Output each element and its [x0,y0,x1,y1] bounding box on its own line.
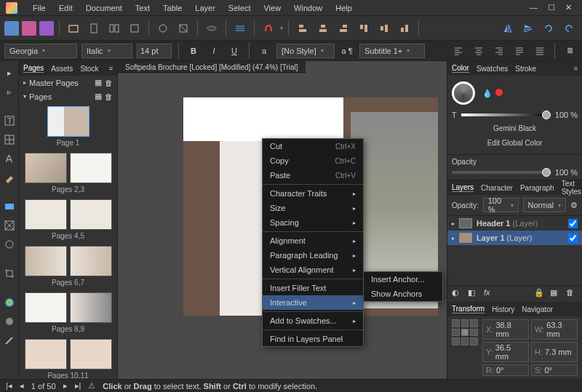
tab-layers[interactable]: Layers [452,183,474,192]
char-style-dropdown[interactable]: [No Style]▾ [276,44,335,58]
layer-delete-icon[interactable]: 🗑 [566,288,578,300]
para-style-icon[interactable]: a ¶ [339,43,355,59]
frame-text-tool-icon[interactable]: T [2,113,17,128]
cm-alignment[interactable]: Alignment▸ [263,233,363,248]
align-left-icon[interactable] [294,20,311,37]
font-size-input[interactable]: 14 pt [137,44,172,58]
cm-interactive[interactable]: Interactive▸ [263,295,363,310]
layer-row-layer1[interactable]: ▸ Layer 1 (Layer) [447,231,582,245]
next-icon[interactable]: ▸ [63,381,68,391]
tab-navigator[interactable]: Navigator [522,305,553,313]
menu-edit[interactable]: Edit [52,1,79,15]
tint-slider[interactable] [461,113,551,116]
table-tool-icon[interactable] [2,132,17,147]
transform-w-input[interactable]: W:63.3 mm [531,319,578,340]
anchor-grid[interactable] [452,319,478,345]
add-page-icon[interactable]: ▦ [95,92,102,101]
brush-tool-icon[interactable] [2,333,17,348]
page-thumb-7[interactable] [70,246,112,276]
transform-y-input[interactable]: Y:36.5 mm [482,342,529,362]
page-thumb-6[interactable] [25,246,67,276]
transform-r-input[interactable]: R:0° [482,364,529,376]
pages-row[interactable]: ▾Pages ▦ 🗑 [19,89,117,103]
page-thumb-10[interactable] [25,339,67,369]
page-thumb-4[interactable] [25,199,67,230]
page-add-icon[interactable] [126,20,143,37]
page-thumb-2[interactable] [25,153,67,183]
prev-page-icon[interactable]: |◂ [6,381,12,391]
text-align-right-icon[interactable] [491,43,507,59]
text-align-justify-all-icon[interactable] [532,43,548,59]
maximize-icon[interactable]: ☐ [548,3,555,12]
text-align-justify-icon[interactable] [511,43,527,59]
align-center-icon[interactable] [314,20,332,37]
cm-paste[interactable]: PasteCtrl+V [263,168,363,183]
panel-menu-icon[interactable]: ≡ [109,65,113,72]
fill-tool-icon[interactable] [2,295,17,310]
list-bullet-icon[interactable]: ≣ [562,43,578,59]
tab-paragraph[interactable]: Paragraph [520,184,554,192]
rectangle-tool-icon[interactable] [2,199,17,214]
eyedropper-icon[interactable]: 💧 [482,89,493,98]
document-icon[interactable] [85,20,103,37]
preview-icon[interactable] [154,20,172,37]
document-tab[interactable]: Softpedia Brochure [Locked] [Modified] (… [118,61,306,74]
move-tool-icon[interactable]: ▸ [2,65,17,80]
cm-size[interactable]: Size▸ [263,201,363,215]
text-align-left-icon[interactable] [450,43,466,59]
flip-v-icon[interactable] [519,20,537,37]
snap-icon[interactable] [260,20,277,37]
text-align-center-icon[interactable] [471,43,487,59]
shape-tool-icon[interactable] [2,237,17,252]
edit-global-color-link[interactable]: Edit Global Color [452,135,578,151]
swatch-dot[interactable] [495,89,503,96]
align-top-icon[interactable] [355,20,372,37]
layer-row-header[interactable]: ▸ Header 1 (Layer) [447,216,582,231]
cm-insert-filler-text[interactable]: Insert Filler Text [263,281,363,295]
menu-select[interactable]: Select [222,1,258,15]
tab-swatches[interactable]: Swatches [477,65,508,73]
menu-text[interactable]: Text [129,1,156,15]
menu-help[interactable]: Help [329,1,359,15]
cm-spacing[interactable]: Spacing▸ [263,215,363,230]
baseline-icon[interactable] [231,20,249,37]
node-tool-icon[interactable]: ▹ [2,84,17,99]
layer-adjust-icon[interactable]: ◧ [468,288,479,300]
rotate-cw-icon[interactable] [560,20,578,37]
preflight-warning-icon[interactable]: ⚠ [88,381,95,391]
crop-tool-icon[interactable] [2,266,17,281]
menu-document[interactable]: Document [79,1,129,15]
menu-view[interactable]: View [257,1,287,15]
sm-insert-anchor[interactable]: Insert Anchor... [364,272,442,287]
delete-page-icon[interactable]: 🗑 [105,92,113,101]
tab-transform[interactable]: Transform [452,305,485,313]
font-style-dropdown[interactable]: Italic▾ [81,44,132,58]
layer-visible-checkbox[interactable] [568,233,578,243]
rotate-ccw-icon[interactable] [540,20,557,37]
para-style-dropdown[interactable]: Subtitle 1+▾ [359,44,425,58]
page-thumb-9[interactable] [70,292,112,323]
page-thumb-3[interactable] [70,153,112,183]
layer-settings-icon[interactable]: ⚙ [570,201,578,210]
tab-color[interactable]: Color [452,64,469,73]
layer-visible-checkbox[interactable] [568,219,578,228]
tab-assets[interactable]: Assets [51,65,73,73]
tab-pages[interactable]: Pages [23,64,44,73]
master-pages-row[interactable]: ▸Master Pages ▦ 🗑 [19,76,117,89]
persona-photo[interactable] [39,21,54,36]
cm-copy[interactable]: CopyCtrl+C [263,153,363,168]
page-thumb-5[interactable] [70,199,112,230]
tab-history[interactable]: History [492,305,514,313]
minimize-icon[interactable]: — [530,3,538,12]
open-file-icon[interactable] [65,20,82,37]
cm-add-to-swatches[interactable]: Add to Swatches...▸ [263,313,363,328]
menu-layer[interactable]: Layer [188,1,222,15]
pen-tool-icon[interactable] [2,170,17,185]
menu-file[interactable]: File [26,1,52,15]
tab-text-styles[interactable]: Text Styles [562,180,581,196]
char-style-icon[interactable]: a [256,43,272,59]
transform-s-input[interactable]: S:0° [531,364,578,376]
tab-stock[interactable]: Stock [80,65,98,73]
sm-show-anchors[interactable]: Show Anchors [364,287,442,301]
layer-add-icon[interactable]: ▦ [550,288,562,300]
